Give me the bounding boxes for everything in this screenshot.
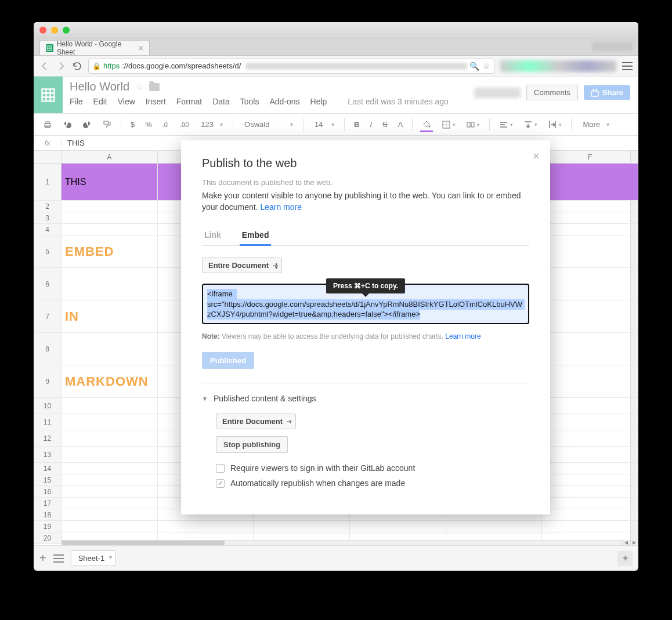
row-header[interactable]: 20: [34, 532, 62, 543]
row-header[interactable]: 4: [34, 224, 62, 235]
learn-more-link[interactable]: Learn more: [445, 332, 480, 340]
back-button[interactable]: [39, 61, 50, 71]
minimize-window-icon[interactable]: [51, 27, 58, 34]
tab-link[interactable]: Link: [202, 226, 223, 245]
formula-input[interactable]: THIS: [62, 139, 85, 147]
merge-button[interactable]: ▾: [463, 118, 483, 132]
close-window-icon[interactable]: [39, 27, 46, 34]
decrease-decimal-button[interactable]: .0: [159, 119, 173, 130]
menu-data[interactable]: Data: [212, 97, 230, 106]
halign-button[interactable]: ▾: [496, 118, 516, 132]
menu-help[interactable]: Help: [310, 97, 327, 106]
horizontal-scrollbar[interactable]: [62, 540, 630, 546]
col-header[interactable]: A: [62, 151, 158, 163]
cell[interactable]: IN: [62, 300, 158, 332]
settings-expander[interactable]: ▼Published content & settings: [202, 394, 529, 403]
row-header[interactable]: 19: [34, 521, 62, 532]
sheets-logo-icon[interactable]: [34, 77, 63, 113]
url-input[interactable]: 🔒 https://docs.google.com/spreadsheets/d…: [88, 59, 494, 74]
row-header[interactable]: 5: [34, 235, 62, 267]
row-header[interactable]: 15: [34, 474, 62, 485]
fontsize-select[interactable]: 14: [309, 117, 338, 132]
cell[interactable]: THIS: [62, 164, 158, 200]
share-button[interactable]: Share: [584, 85, 630, 100]
cell[interactable]: MARKDOWN: [62, 365, 158, 397]
row-header[interactable]: 2: [34, 201, 62, 212]
close-icon[interactable]: ×: [533, 150, 540, 163]
sheets-favicon-icon: [46, 44, 53, 52]
document-title[interactable]: Hello World: [70, 80, 129, 93]
row-header[interactable]: 10: [34, 398, 62, 414]
browser-tab[interactable]: Hello World - Google Sheet ×: [39, 40, 150, 55]
valign-button[interactable]: ▾: [520, 118, 541, 132]
more-button[interactable]: More: [577, 117, 613, 132]
published-button[interactable]: Published: [202, 352, 254, 369]
menu-tools[interactable]: Tools: [240, 97, 259, 106]
row-header[interactable]: 13: [34, 447, 62, 462]
all-sheets-icon[interactable]: [53, 554, 64, 563]
menu-file[interactable]: File: [70, 97, 83, 106]
menu-view[interactable]: View: [118, 97, 135, 106]
redo-icon[interactable]: [79, 118, 95, 132]
hamburger-menu-icon[interactable]: [622, 62, 633, 70]
scroll-left-icon[interactable]: ◀: [622, 540, 630, 546]
row-header[interactable]: 7: [34, 300, 62, 332]
undo-icon[interactable]: [59, 118, 75, 132]
wrap-button[interactable]: ▾: [544, 118, 565, 132]
menu-addons[interactable]: Add-ons: [269, 97, 299, 106]
increase-decimal-button[interactable]: .00: [176, 119, 192, 130]
currency-button[interactable]: $: [127, 118, 138, 131]
print-icon[interactable]: [39, 118, 56, 132]
tab-close-icon[interactable]: ×: [139, 43, 143, 53]
tab-embed[interactable]: Embed: [240, 226, 272, 246]
zoom-icon[interactable]: 🔍: [469, 61, 479, 71]
percent-button[interactable]: %: [142, 118, 156, 131]
strike-button[interactable]: S: [379, 118, 391, 131]
row-header[interactable]: 6: [34, 268, 62, 300]
cell[interactable]: EMBED: [62, 235, 158, 267]
comments-button[interactable]: Comments: [526, 85, 578, 100]
row-header[interactable]: 17: [34, 498, 62, 509]
redacted: [245, 63, 467, 70]
font-select[interactable]: Oswald: [239, 117, 297, 132]
auto-republish-checkbox[interactable]: [216, 479, 225, 488]
menu-insert[interactable]: Insert: [146, 97, 166, 106]
divider: [202, 383, 529, 383]
select-all-corner[interactable]: [34, 151, 62, 163]
add-sheet-button[interactable]: +: [39, 552, 46, 565]
fillcolor-button[interactable]: [418, 118, 435, 132]
scope-select[interactable]: Entire Document▴▾: [202, 258, 282, 273]
require-signin-checkbox[interactable]: [216, 464, 225, 473]
sheet-tab[interactable]: Sheet-1: [71, 550, 116, 566]
paint-format-icon[interactable]: [99, 118, 115, 132]
menu-edit[interactable]: Edit: [93, 97, 107, 106]
scope-select-2[interactable]: Entire Document▾: [216, 414, 296, 429]
reload-button[interactable]: [72, 61, 82, 71]
borders-button[interactable]: ▾: [438, 118, 459, 132]
row-header[interactable]: 1: [34, 164, 62, 200]
bold-button[interactable]: B: [351, 118, 363, 131]
row-header[interactable]: 3: [34, 212, 62, 223]
row-header[interactable]: 16: [34, 486, 62, 497]
row-header[interactable]: 12: [34, 430, 62, 446]
cell[interactable]: [542, 164, 638, 200]
row-header[interactable]: 14: [34, 463, 62, 474]
row-header[interactable]: 11: [34, 414, 62, 430]
textcolor-button[interactable]: A: [395, 118, 407, 131]
scroll-right-icon[interactable]: ▶: [630, 540, 638, 546]
italic-button[interactable]: I: [366, 118, 375, 131]
row-header[interactable]: 9: [34, 365, 62, 397]
folder-icon[interactable]: [149, 83, 160, 91]
explore-button[interactable]: ✦: [617, 551, 633, 566]
number-format-select[interactable]: 123: [196, 117, 227, 132]
menu-format[interactable]: Format: [176, 97, 202, 106]
stop-publishing-button[interactable]: Stop publishing: [216, 436, 288, 453]
row-header[interactable]: 8: [34, 333, 62, 365]
learn-more-link[interactable]: Learn more: [260, 202, 302, 212]
forward-button[interactable]: [56, 61, 66, 71]
star-icon[interactable]: ☆: [135, 81, 143, 92]
maximize-window-icon[interactable]: [63, 27, 70, 34]
col-header[interactable]: F: [542, 151, 638, 163]
row-header[interactable]: 18: [34, 509, 62, 520]
star-icon[interactable]: ☆: [483, 61, 490, 71]
